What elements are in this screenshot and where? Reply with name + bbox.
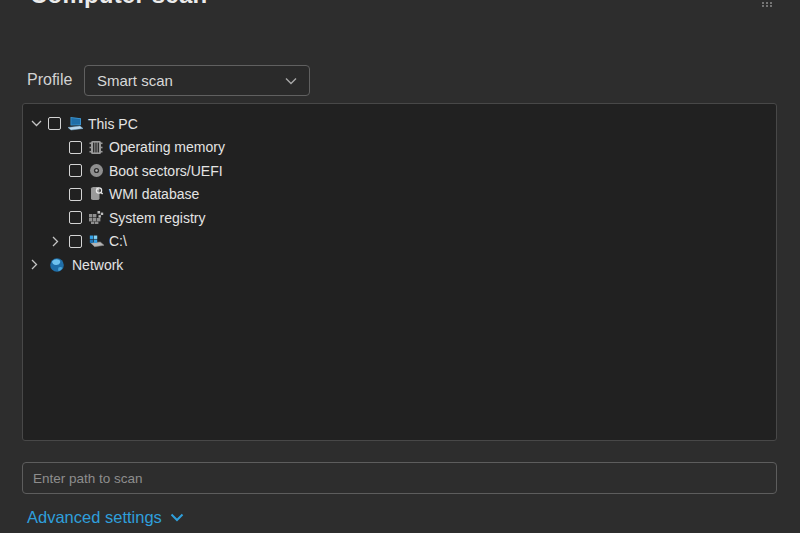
tree-label: C:\ — [109, 233, 127, 249]
chevron-right-icon[interactable] — [52, 233, 69, 249]
network-icon — [48, 257, 66, 273]
page-title: Computer scan — [30, 0, 207, 9]
c-drive-checkbox[interactable] — [69, 235, 82, 248]
expander-spacer — [52, 163, 69, 179]
tree-row-system-registry[interactable]: System registry — [23, 206, 776, 230]
tree-label: Network — [72, 257, 123, 273]
operating-memory-checkbox[interactable] — [69, 141, 82, 154]
profile-dropdown[interactable]: Smart scan — [84, 65, 310, 96]
this-pc-checkbox[interactable] — [48, 117, 61, 130]
expander-spacer — [52, 210, 69, 226]
profile-selected-value: Smart scan — [97, 72, 285, 89]
chevron-down-icon[interactable] — [31, 116, 48, 132]
tree-row-operating-memory[interactable]: Operating memory — [23, 136, 776, 160]
tree-row-wmi-database[interactable]: WMI database — [23, 183, 776, 207]
scan-target-tree: This PC Operating memory Boot sectors/UE… — [22, 103, 777, 441]
boot-sectors-checkbox[interactable] — [69, 164, 82, 177]
tree-row-this-pc[interactable]: This PC — [23, 112, 776, 136]
chevron-down-icon — [170, 513, 184, 522]
expander-spacer — [52, 139, 69, 155]
tree-row-c-drive[interactable]: C:\ — [23, 230, 776, 254]
more-menu-icon[interactable] — [761, 0, 773, 9]
wmi-database-icon — [87, 186, 105, 202]
this-pc-icon — [66, 116, 84, 132]
wmi-database-checkbox[interactable] — [69, 188, 82, 201]
tree-label: WMI database — [109, 186, 199, 202]
tree-row-boot-sectors[interactable]: Boot sectors/UEFI — [23, 159, 776, 183]
tree-label: This PC — [88, 116, 138, 132]
chevron-down-icon — [285, 77, 297, 85]
boot-sectors-icon — [87, 163, 105, 179]
system-registry-icon — [87, 210, 105, 226]
system-registry-checkbox[interactable] — [69, 211, 82, 224]
memory-icon — [87, 139, 105, 155]
tree-row-network[interactable]: Network — [23, 253, 776, 277]
tree-label: Boot sectors/UEFI — [109, 163, 223, 179]
drive-icon — [87, 233, 105, 249]
advanced-settings-label: Advanced settings — [27, 508, 162, 527]
chevron-right-icon[interactable] — [31, 257, 48, 273]
profile-label: Profile — [27, 71, 72, 89]
expander-spacer — [52, 186, 69, 202]
tree-label: System registry — [109, 210, 205, 226]
tree-label: Operating memory — [109, 139, 225, 155]
advanced-settings-link[interactable]: Advanced settings — [27, 508, 184, 527]
scan-path-input[interactable] — [22, 462, 777, 494]
